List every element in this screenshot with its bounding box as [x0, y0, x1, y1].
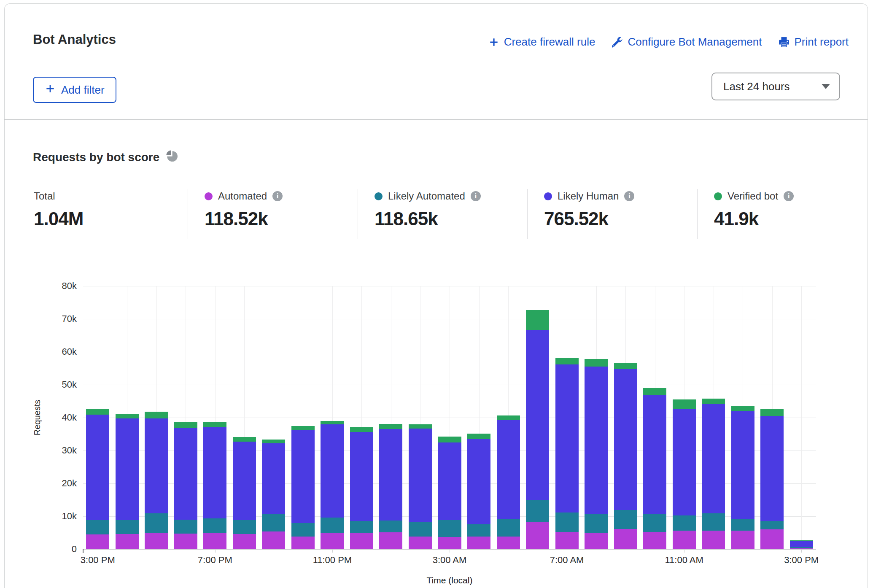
bar-10-00-am[interactable] [643, 388, 666, 549]
segment-verified-bot [760, 409, 784, 416]
time-range-select[interactable]: Last 24 hours [711, 73, 840, 100]
bar-11-00-am[interactable] [673, 399, 696, 549]
stat-total: Total 1.04M [34, 189, 181, 229]
stat-likely-automated: Likely Automated i 118.65k [375, 189, 522, 229]
x-tick-label: 7:00 AM [550, 555, 584, 566]
segment-verified-bot [145, 412, 168, 418]
bar-7-00-am[interactable] [555, 358, 579, 549]
x-tick-mark [684, 549, 684, 553]
segment-automated [467, 537, 490, 549]
segment-verified-bot [203, 422, 226, 427]
bar-6-00-pm[interactable] [174, 422, 197, 549]
segment-likely-automated [760, 521, 784, 529]
segment-likely-automated [174, 520, 197, 534]
pie-chart-icon [166, 150, 178, 165]
bar-9-00-am[interactable] [614, 363, 637, 549]
segment-likely-automated [555, 512, 579, 531]
segment-verified-bot [233, 437, 256, 442]
bar-12-00-pm[interactable] [702, 399, 725, 549]
x-tick-label: 3:00 PM [81, 555, 115, 566]
stat-automated-value: 118.52k [205, 208, 352, 229]
segment-likely-automated [291, 523, 315, 537]
y-tick-label: 60k [62, 346, 77, 357]
bar-3-00-am[interactable] [438, 437, 461, 549]
y-axis-labels: 010k20k30k40k50k60k70k80k [38, 286, 77, 549]
segment-automated [291, 537, 315, 549]
segment-likely-human [174, 428, 197, 520]
bar-3-00-pm[interactable] [790, 540, 813, 549]
bar-4-00-pm[interactable] [116, 414, 139, 549]
print-report-link[interactable]: Print report [779, 35, 849, 49]
x-tick-label: 3:00 AM [433, 555, 467, 566]
x-tick-label: 3:00 PM [784, 555, 819, 566]
stat-divider [188, 189, 188, 239]
configure-bot-management-link[interactable]: Configure Bot Management [612, 35, 762, 49]
segment-likely-human [409, 429, 432, 522]
segment-verified-bot [673, 399, 696, 409]
segment-likely-human [497, 420, 520, 519]
x-axis-labels: 3:00 PM7:00 PM11:00 PM3:00 AM7:00 AM11:0… [83, 549, 816, 569]
segment-verified-bot [731, 406, 754, 411]
plus-icon [488, 37, 499, 48]
segment-likely-automated [203, 518, 226, 533]
segment-verified-bot [321, 421, 344, 424]
y-tick-label: 40k [62, 412, 77, 423]
segment-verified-bot [585, 359, 608, 367]
segment-automated [321, 533, 344, 549]
bar-8-00-pm[interactable] [233, 437, 256, 549]
segment-automated [174, 534, 197, 549]
x-tick-label: 7:00 PM [198, 555, 232, 566]
segment-likely-automated [497, 519, 520, 537]
info-icon[interactable]: i [624, 191, 634, 201]
segment-likely-automated [731, 519, 754, 531]
stat-divider [358, 189, 358, 239]
likely-automated-dot [375, 192, 383, 200]
info-icon[interactable]: i [272, 191, 283, 201]
bar-5-00-pm[interactable] [145, 412, 168, 549]
segment-likely-automated [145, 513, 168, 533]
header-actions: Create firewall rule Configure Bot Manag… [488, 35, 849, 49]
bar-5-00-am[interactable] [497, 415, 520, 549]
segment-likely-human [145, 418, 168, 513]
segment-likely-automated [379, 521, 402, 532]
x-tick-mark [332, 549, 333, 553]
segment-likely-human [731, 411, 754, 519]
stat-likely-automated-value: 118.65k [375, 208, 522, 229]
create-firewall-rule-link[interactable]: Create firewall rule [488, 35, 595, 49]
printer-icon [779, 37, 789, 48]
bar-1-00-pm[interactable] [731, 406, 754, 549]
stat-divider [697, 189, 698, 239]
stat-verified-bot-value: 41.9k [714, 208, 862, 229]
plus-icon [45, 83, 56, 97]
bar-6-00-am[interactable] [526, 310, 549, 549]
segment-likely-human [350, 432, 373, 521]
info-icon[interactable]: i [784, 191, 794, 201]
x-tick-mark [567, 549, 567, 553]
bar-12-00-am[interactable] [350, 427, 373, 549]
bar-2-00-pm[interactable] [760, 409, 784, 549]
bar-11-00-pm[interactable] [321, 421, 344, 549]
segment-likely-human [438, 442, 461, 520]
bar-3-00-pm[interactable] [86, 409, 109, 549]
bar-9-00-pm[interactable] [262, 439, 285, 549]
segment-likely-human [291, 430, 315, 523]
segment-likely-automated [643, 514, 666, 532]
segment-likely-human [262, 443, 285, 514]
add-filter-button[interactable]: Add filter [33, 77, 116, 103]
stat-automated-label: Automated [218, 190, 267, 202]
x-axis-title: Time (local) [427, 575, 473, 585]
bar-8-00-am[interactable] [585, 359, 608, 549]
info-icon[interactable]: i [471, 191, 481, 201]
stat-likely-human-value: 765.52k [544, 208, 692, 229]
add-filter-label: Add filter [61, 84, 105, 97]
segment-likely-automated [526, 500, 549, 522]
bar-2-00-am[interactable] [409, 424, 432, 549]
bar-10-00-pm[interactable] [291, 426, 315, 549]
x-tick-mark [215, 549, 216, 553]
segment-likely-automated [702, 513, 725, 531]
bar-4-00-am[interactable] [467, 434, 490, 549]
bar-1-00-am[interactable] [379, 424, 402, 549]
bar-7-00-pm[interactable] [203, 422, 226, 549]
chevron-down-icon [822, 84, 830, 89]
section-heading: Requests by bot score [33, 150, 178, 165]
